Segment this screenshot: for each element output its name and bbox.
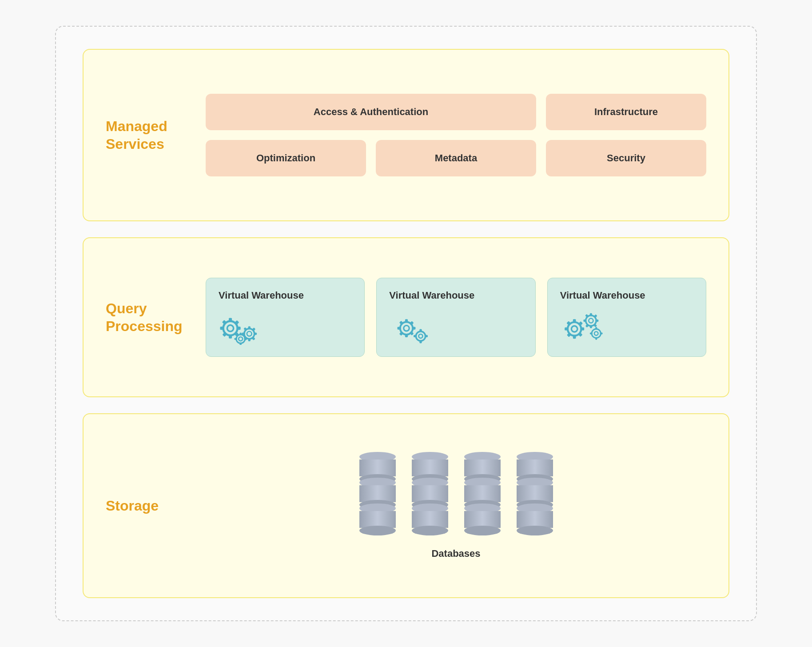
svg-rect-31 [398,327,401,330]
svg-rect-2 [229,318,232,322]
warehouse-row: Virtual Warehouse [206,278,706,357]
svg-rect-24 [244,338,247,340]
svg-rect-49 [566,321,571,326]
svg-rect-5 [220,327,224,330]
managed-services-grid: Access & Authentication Infrastructure O… [206,94,706,176]
databases-label: Databases [431,548,480,559]
svg-rect-46 [580,327,584,331]
svg-rect-18 [251,336,255,340]
svg-rect-17 [243,327,247,331]
svg-rect-16 [252,327,256,331]
svg-rect-33 [399,321,404,325]
managed-card-infrastructure: Infrastructure [546,94,706,130]
svg-rect-45 [573,335,576,339]
svg-rect-29 [405,334,408,337]
db-stack-4 [517,452,553,535]
managed-card-access-auth: Access & Authentication [206,94,536,130]
databases-row [359,452,553,535]
svg-rect-22 [239,333,241,335]
svg-rect-64 [595,327,597,330]
warehouse-card-2: Virtual Warehouse [376,278,535,357]
svg-point-37 [419,334,423,338]
svg-rect-28 [405,319,408,323]
svg-point-53 [589,319,593,323]
svg-rect-59 [585,314,589,318]
storage-title: Storage [106,497,183,515]
svg-point-1 [227,325,233,331]
svg-rect-14 [254,333,257,335]
svg-rect-50 [577,332,582,337]
db-stack-1 [359,452,396,535]
svg-point-27 [404,326,409,331]
svg-point-11 [247,331,252,336]
storage-section: Storage [83,413,729,598]
svg-rect-39 [420,340,422,343]
db-stack-2 [412,452,448,535]
svg-rect-4 [237,327,241,330]
svg-rect-30 [412,327,416,330]
svg-rect-65 [595,337,597,340]
svg-rect-57 [583,320,586,322]
outer-frame: Managed Services Access & Authentication… [55,26,757,621]
svg-rect-38 [420,329,422,332]
managed-card-metadata: Metadata [376,140,536,176]
svg-point-36 [416,331,426,341]
svg-point-43 [571,326,577,332]
managed-services-title: Managed Services [106,117,183,153]
query-processing-title: Query Processing [106,300,183,335]
storage-content: Databases [206,452,706,559]
managed-card-security: Security [546,140,706,176]
svg-rect-9 [222,332,227,337]
svg-rect-66 [600,332,602,334]
svg-point-63 [594,331,598,335]
gears-icon-1 [219,309,267,345]
svg-rect-41 [414,335,416,337]
gears-icon-2 [389,309,438,345]
db-stack-3 [464,452,501,535]
svg-rect-61 [585,324,589,327]
svg-rect-23 [239,343,241,345]
svg-rect-3 [229,335,232,339]
svg-rect-55 [590,325,592,328]
managed-card-optimization: Optimization [206,140,366,176]
svg-rect-7 [222,320,227,325]
svg-rect-56 [595,320,598,322]
svg-rect-44 [573,319,576,323]
svg-rect-47 [565,327,568,331]
gears-icon-3 [560,309,609,345]
warehouse-card-1: Virtual Warehouse [206,278,365,357]
svg-rect-67 [590,332,593,334]
svg-rect-35 [399,331,404,336]
svg-rect-40 [425,335,428,337]
query-processing-section: Query Processing Virtual Warehouse [83,237,729,397]
svg-rect-34 [410,331,414,335]
svg-rect-13 [248,338,251,341]
warehouse-card-3: Virtual Warehouse [547,278,706,357]
svg-rect-54 [590,313,592,316]
svg-rect-12 [248,326,251,329]
svg-rect-32 [410,321,414,326]
svg-point-62 [592,329,601,338]
svg-rect-48 [578,321,583,326]
svg-rect-51 [567,332,572,337]
managed-services-section: Managed Services Access & Authentication… [83,49,729,221]
svg-point-20 [236,335,245,343]
svg-rect-6 [234,320,239,325]
svg-rect-25 [234,338,237,340]
svg-point-21 [239,337,243,341]
